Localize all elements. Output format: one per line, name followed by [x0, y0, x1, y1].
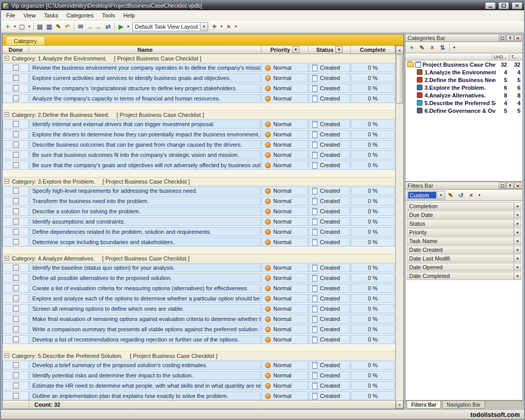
- task-complete-cell[interactable]: 0 %: [351, 150, 395, 159]
- task-name-cell[interactable]: Identify the baseline (status quo option…: [29, 263, 261, 272]
- task-priority-cell[interactable]: Normal: [261, 207, 308, 216]
- task-priority-cell[interactable]: Normal: [261, 217, 308, 226]
- task-done-checkbox[interactable]: [13, 372, 19, 378]
- duplicate-task-icon[interactable]: ▥: [45, 22, 54, 31]
- task-name-cell[interactable]: Transform the business need into the pro…: [29, 196, 261, 206]
- menu-file[interactable]: File: [2, 11, 19, 19]
- task-done-checkbox[interactable]: [13, 95, 19, 102]
- task-complete-cell[interactable]: 0 %: [351, 73, 395, 83]
- collapse-icon[interactable]: [5, 256, 9, 261]
- filter-row-date-completed[interactable]: Date Completed: [407, 272, 521, 280]
- sync-icon[interactable]: ⇄: [104, 22, 113, 31]
- task-status-cell[interactable]: Created: [309, 207, 350, 216]
- dropdown-arrow-icon[interactable]: [477, 191, 482, 200]
- sort-categories-icon[interactable]: ⇅: [438, 43, 447, 52]
- filter-row-task-name[interactable]: Task Name: [407, 237, 521, 245]
- dropdown-arrow-icon[interactable]: [126, 22, 131, 31]
- task-name-cell[interactable]: Develop a list of recommendations regard…: [29, 335, 261, 344]
- vertical-scrollbar[interactable]: [395, 46, 403, 409]
- dropdown-arrow-icon[interactable]: [514, 229, 521, 236]
- column-header-name[interactable]: Name: [29, 46, 261, 53]
- task-complete-cell[interactable]: 0 %: [351, 304, 395, 313]
- task-priority-cell[interactable]: Normal: [261, 63, 308, 72]
- dropdown-arrow-icon[interactable]: [27, 22, 32, 31]
- task-priority-cell[interactable]: Normal: [261, 371, 308, 380]
- task-done-checkbox[interactable]: [13, 188, 19, 194]
- task-name-cell[interactable]: Screen all remaining options to define w…: [29, 304, 261, 313]
- task-done-checkbox[interactable]: [13, 239, 19, 245]
- new-note-icon[interactable]: ▢: [17, 22, 27, 31]
- print-icon[interactable]: ▤: [35, 22, 45, 31]
- task-complete-cell[interactable]: 0 %: [351, 161, 395, 170]
- task-priority-cell[interactable]: Normal: [261, 294, 308, 303]
- task-status-cell[interactable]: Created: [309, 140, 350, 149]
- menu-view[interactable]: View: [19, 11, 40, 19]
- tree-item[interactable]: 3.Explore the Problem.66: [406, 84, 522, 91]
- tab-filters-bar[interactable]: Filters Bar: [407, 401, 441, 409]
- filter-row-priority[interactable]: Priority: [407, 228, 521, 236]
- maximize-button[interactable]: [498, 2, 509, 9]
- task-priority-cell[interactable]: Normal: [261, 186, 308, 195]
- dropdown-arrow-icon[interactable]: [514, 203, 521, 210]
- scrollbar-thumb[interactable]: [396, 54, 403, 104]
- task-name-cell[interactable]: Identify assumptions and constraints.: [29, 217, 261, 226]
- tab-navigation-bar[interactable]: Navigation Bar: [442, 401, 485, 409]
- column-header-done[interactable]: Done: [3, 46, 29, 53]
- task-status-cell[interactable]: Created: [309, 130, 350, 139]
- task-priority-cell[interactable]: Normal: [261, 161, 308, 170]
- task-name-cell[interactable]: Determine scope including boundaries and…: [29, 237, 261, 247]
- task-priority-cell[interactable]: Normal: [261, 273, 308, 283]
- task-name-cell[interactable]: Write a comparison summary that presents…: [29, 325, 261, 334]
- task-complete-cell[interactable]: 0 %: [351, 227, 395, 236]
- task-status-cell[interactable]: Created: [309, 391, 350, 400]
- filter-preset-dropdown-icon[interactable]: [437, 191, 445, 199]
- task-complete-cell[interactable]: 0 %: [351, 130, 395, 139]
- filter-row-date-opened[interactable]: Date Opened: [407, 263, 521, 271]
- filter-row-due-date[interactable]: Due Date: [407, 211, 521, 219]
- category-row[interactable]: Category: 5.Describe the Preferred Solut…: [3, 351, 395, 360]
- filters-bar-close-button[interactable]: [514, 183, 521, 189]
- category-row[interactable]: Category: 1.Analyze the Environment.[ Pr…: [3, 54, 395, 63]
- filter-preset-combobox[interactable]: Custom: [407, 191, 445, 199]
- task-complete-cell[interactable]: 0 %: [351, 63, 395, 72]
- task-complete-cell[interactable]: 0 %: [351, 196, 395, 206]
- layout-dropdown-icon[interactable]: [200, 23, 208, 31]
- task-complete-cell[interactable]: 0 %: [351, 314, 395, 324]
- manage-layouts-icon[interactable]: ✦: [210, 22, 219, 31]
- task-status-cell[interactable]: Created: [309, 237, 350, 247]
- dropdown-arrow-icon[interactable]: [219, 22, 224, 31]
- categories-bar-float-button[interactable]: [499, 35, 506, 41]
- task-complete-cell[interactable]: 0 %: [351, 186, 395, 195]
- task-priority-cell[interactable]: Normal: [261, 391, 308, 400]
- task-status-cell[interactable]: Created: [309, 304, 350, 313]
- filters-bar-pin-button[interactable]: [507, 183, 514, 189]
- task-status-cell[interactable]: Created: [309, 84, 350, 93]
- task-done-checkbox[interactable]: [13, 198, 19, 204]
- collapse-icon[interactable]: [5, 56, 9, 61]
- task-status-cell[interactable]: Created: [309, 161, 350, 170]
- category-row[interactable]: Category: 3.Explore the Problem.[ Projec…: [3, 177, 395, 186]
- dropdown-arrow-icon[interactable]: [514, 211, 521, 218]
- dropdown-arrow-icon[interactable]: [452, 43, 457, 52]
- task-status-cell[interactable]: Created: [309, 227, 350, 236]
- dropdown-arrow-icon[interactable]: [514, 272, 521, 279]
- task-done-checkbox[interactable]: [13, 229, 19, 235]
- task-done-checkbox[interactable]: [13, 275, 19, 281]
- scroll-down-button[interactable]: [396, 401, 403, 409]
- task-name-cell[interactable]: Develop a brief summary of the proposed …: [29, 361, 261, 370]
- task-complete-cell[interactable]: 0 %: [351, 94, 395, 103]
- tree-undone-column-header[interactable]: UnD...: [492, 53, 509, 60]
- task-priority-cell[interactable]: Normal: [261, 284, 308, 293]
- task-name-cell[interactable]: Be sure that the company's goals and obj…: [29, 161, 261, 170]
- filter-row-status[interactable]: Status: [407, 219, 521, 228]
- task-status-cell[interactable]: Created: [309, 196, 350, 206]
- task-priority-cell[interactable]: Normal: [261, 73, 308, 83]
- task-priority-cell[interactable]: Normal: [261, 361, 308, 370]
- column-header-complete[interactable]: Complete: [351, 46, 395, 53]
- task-status-cell[interactable]: Created: [309, 335, 350, 344]
- filter-row-date-last-modifi[interactable]: Date Last Modifi: [407, 254, 521, 263]
- menu-tools[interactable]: Tools: [98, 11, 119, 19]
- task-complete-cell[interactable]: 0 %: [351, 371, 395, 380]
- edit-task-icon[interactable]: ✎: [54, 22, 63, 31]
- task-done-checkbox[interactable]: [13, 295, 19, 302]
